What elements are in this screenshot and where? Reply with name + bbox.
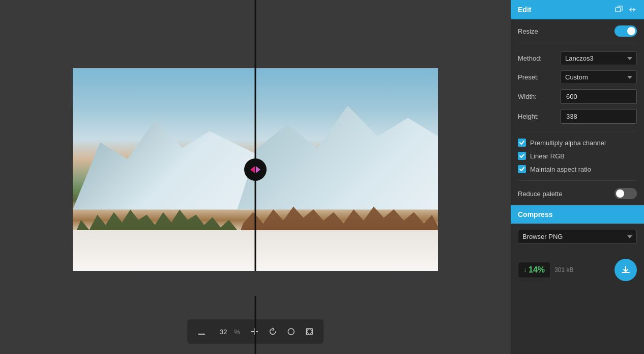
- zoom-value: 32: [216, 328, 231, 336]
- divider-1: [518, 44, 637, 44]
- divider-3: [518, 180, 637, 181]
- arrow-left-icon: [250, 166, 255, 173]
- width-label: Width:: [518, 93, 537, 100]
- edit-title: Edit: [518, 6, 531, 14]
- width-row: Width:: [518, 89, 637, 104]
- zoom-display: 32 %: [212, 328, 244, 336]
- compress-section-header: Compress: [511, 205, 644, 224]
- check-icon-3: [519, 167, 524, 171]
- premultiply-checkbox[interactable]: [518, 139, 526, 147]
- crop-button[interactable]: [301, 323, 317, 340]
- preset-select[interactable]: Custom Web Thumbnail HD 4K: [561, 70, 637, 84]
- compress-title: Compress: [518, 210, 552, 219]
- download-button[interactable]: [614, 259, 637, 281]
- mountain-right: [237, 88, 438, 210]
- resize-label: Resize: [518, 28, 538, 35]
- export-bar: ↓ 14% 301 kB: [511, 255, 644, 285]
- zoom-out-button[interactable]: [193, 323, 210, 340]
- savings-percent: 14%: [529, 265, 545, 275]
- arrows-icon[interactable]: [628, 5, 637, 14]
- method-row: Method: Lanczos3 Nearest Bilinear Bicubi…: [518, 51, 637, 65]
- svg-rect-5: [307, 330, 311, 334]
- mountain-left: [73, 98, 255, 210]
- format-select[interactable]: Browser PNG MozJPEG OxiPNG WebP: [518, 230, 637, 243]
- crop-icon: [305, 328, 313, 336]
- savings-badge: ↓ 14%: [518, 262, 550, 278]
- premultiply-label: Premultiply alpha channel: [530, 139, 606, 147]
- header-icons: [614, 5, 637, 14]
- split-handle[interactable]: [244, 158, 267, 181]
- linear-rgb-checkbox[interactable]: [518, 152, 526, 160]
- check-icon: [519, 141, 524, 145]
- canvas-area: 32 %: [0, 0, 511, 354]
- divider-line-below: [255, 296, 256, 354]
- premultiply-row: Premultiply alpha channel: [518, 139, 637, 147]
- maintain-aspect-checkbox[interactable]: [518, 165, 526, 173]
- method-select[interactable]: Lanczos3 Nearest Bilinear Bicubic: [561, 51, 637, 65]
- height-input[interactable]: [561, 109, 637, 124]
- divider-2: [518, 131, 637, 131]
- split-arrows: [250, 166, 260, 173]
- expand-icon[interactable]: [614, 5, 624, 14]
- savings-arrow-icon: ↓: [523, 266, 526, 274]
- zoom-unit: %: [234, 328, 240, 336]
- right-panel: Edit Resize Method:: [511, 0, 644, 354]
- svg-rect-6: [616, 8, 621, 12]
- file-size: 301 kB: [554, 266, 573, 274]
- reduce-palette-row: Reduce palette: [518, 188, 637, 199]
- linear-rgb-row: Linear RGB: [518, 152, 637, 160]
- width-input[interactable]: [561, 89, 637, 104]
- linear-rgb-label: Linear RGB: [530, 152, 565, 160]
- rotate-icon: [269, 328, 277, 336]
- reduce-palette-toggle[interactable]: [614, 188, 637, 199]
- fit-button[interactable]: [283, 323, 299, 340]
- arrow-right-icon: [256, 166, 260, 173]
- rotate-button[interactable]: [265, 323, 281, 340]
- maintain-aspect-row: Maintain aspect ratio: [518, 165, 637, 173]
- compress-section-body: Browser PNG MozJPEG OxiPNG WebP: [511, 224, 644, 250]
- height-row: Height:: [518, 109, 637, 124]
- svg-rect-4: [306, 329, 312, 335]
- resize-section-body: Resize Method: Lanczos3 Nearest Bilinear…: [511, 19, 644, 205]
- resize-toggle[interactable]: [614, 25, 637, 37]
- minus-icon: [198, 328, 205, 335]
- svg-point-3: [288, 329, 294, 335]
- preset-label: Preset:: [518, 73, 539, 81]
- resize-row: Resize: [518, 25, 637, 37]
- edit-section-header: Edit: [511, 0, 644, 19]
- download-icon: [621, 265, 631, 275]
- reduce-palette-label: Reduce palette: [518, 190, 562, 198]
- preset-row: Preset: Custom Web Thumbnail HD 4K: [518, 70, 637, 84]
- image-container: [73, 68, 438, 271]
- height-label: Height:: [518, 113, 539, 120]
- svg-rect-0: [198, 334, 205, 335]
- method-label: Method:: [518, 55, 542, 62]
- maintain-aspect-label: Maintain aspect ratio: [530, 166, 591, 173]
- circle-icon: [287, 328, 295, 336]
- check-icon-2: [519, 154, 524, 158]
